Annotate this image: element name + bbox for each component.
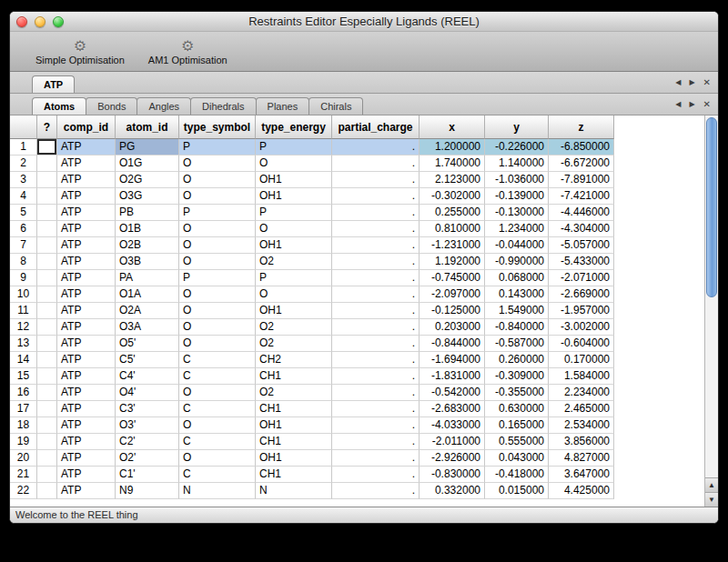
- cell-type_symbol[interactable]: P: [179, 205, 256, 221]
- cell-y[interactable]: 1.234000: [485, 221, 549, 237]
- cell-partial_charge[interactable]: .: [332, 450, 420, 467]
- prev-tab-icon[interactable]: ◀: [675, 100, 681, 108]
- column-header-z[interactable]: z: [549, 115, 614, 139]
- cell-z[interactable]: 0.170000: [549, 352, 614, 368]
- cell-z[interactable]: -1.957000: [549, 303, 614, 319]
- cell-type_symbol[interactable]: O: [179, 254, 256, 270]
- cell-atom_id[interactable]: O2B: [116, 237, 179, 254]
- cell-type_energy[interactable]: O2: [256, 385, 332, 401]
- cell-type_energy[interactable]: O: [256, 156, 332, 172]
- cell-y[interactable]: -0.840000: [485, 319, 549, 336]
- cell-atom_id[interactable]: C2': [116, 434, 179, 450]
- cell-comp_id[interactable]: ATP: [57, 270, 116, 286]
- cell-atom_id[interactable]: C5': [116, 352, 179, 368]
- cell-atom_id[interactable]: N9: [116, 483, 179, 499]
- cell-q[interactable]: [37, 188, 57, 205]
- cell-z[interactable]: -4.304000: [549, 221, 614, 237]
- cell-y[interactable]: -0.226000: [485, 139, 549, 156]
- cell-comp_id[interactable]: ATP: [57, 303, 116, 319]
- table-row[interactable]: 18ATPO3'OOH1.-4.0330000.1650002.534000: [10, 417, 614, 434]
- row-number-cell[interactable]: 16: [10, 385, 37, 401]
- tab-bonds[interactable]: Bonds: [86, 97, 137, 115]
- cell-z[interactable]: -7.421000: [549, 188, 614, 205]
- cell-type_symbol[interactable]: O: [179, 336, 256, 352]
- cell-type_energy[interactable]: O2: [256, 319, 332, 336]
- cell-partial_charge[interactable]: .: [332, 434, 420, 450]
- row-number-cell[interactable]: 4: [10, 188, 37, 205]
- row-number-cell[interactable]: 18: [10, 417, 37, 434]
- cell-q[interactable]: [37, 385, 57, 401]
- cell-atom_id[interactable]: O3B: [116, 254, 179, 270]
- cell-type_energy[interactable]: O: [256, 286, 332, 303]
- cell-atom_id[interactable]: O3A: [116, 319, 179, 336]
- title-bar[interactable]: Restraints Editor Especially Ligands (RE…: [10, 12, 718, 32]
- next-tab-icon[interactable]: ▶: [689, 78, 694, 86]
- cell-z[interactable]: 2.234000: [549, 385, 614, 401]
- cell-y[interactable]: 0.043000: [485, 450, 549, 467]
- cell-comp_id[interactable]: ATP: [57, 254, 116, 270]
- cell-atom_id[interactable]: C4': [116, 368, 179, 385]
- table-row[interactable]: 16ATPO4'OO2.-0.542000-0.3550002.234000: [10, 385, 614, 401]
- tab-dihedrals[interactable]: Dihedrals: [190, 97, 256, 115]
- cell-atom_id[interactable]: O2': [116, 450, 179, 467]
- table-row[interactable]: 4ATPO3GOOH1.-0.302000-0.139000-7.421000: [10, 188, 614, 205]
- cell-q[interactable]: [37, 172, 57, 188]
- cell-x[interactable]: -2.011000: [420, 434, 485, 450]
- cell-type_energy[interactable]: CH1: [256, 401, 332, 417]
- cell-z[interactable]: 3.647000: [549, 467, 614, 483]
- cell-comp_id[interactable]: ATP: [57, 286, 116, 303]
- cell-x[interactable]: 0.203000: [420, 319, 485, 336]
- row-number-cell[interactable]: 22: [10, 483, 37, 499]
- cell-type_symbol[interactable]: P: [179, 270, 256, 286]
- tab-atoms[interactable]: Atoms: [32, 97, 86, 115]
- cell-q[interactable]: [37, 467, 57, 483]
- table-row[interactable]: 17ATPC3'CCH1.-2.6830000.6300002.465000: [10, 401, 614, 417]
- tab-chirals[interactable]: Chirals: [308, 97, 363, 115]
- cell-partial_charge[interactable]: .: [332, 401, 420, 417]
- row-number-cell[interactable]: 19: [10, 434, 37, 450]
- cell-y[interactable]: -0.355000: [485, 385, 549, 401]
- cell-z[interactable]: -7.891000: [549, 172, 614, 188]
- table-row[interactable]: 14ATPC5'CCH2.-1.6940000.2600000.170000: [10, 352, 614, 368]
- table-row[interactable]: 13ATPO5'OO2.-0.844000-0.587000-0.604000: [10, 336, 614, 352]
- cell-type_energy[interactable]: CH1: [256, 368, 332, 385]
- row-number-cell[interactable]: 13: [10, 336, 37, 352]
- cell-partial_charge[interactable]: .: [332, 467, 420, 483]
- cell-z[interactable]: -2.669000: [549, 286, 614, 303]
- cell-type_symbol[interactable]: P: [179, 139, 256, 156]
- cell-x[interactable]: -2.683000: [420, 401, 485, 417]
- cell-atom_id[interactable]: O3': [116, 417, 179, 434]
- cell-q[interactable]: [37, 352, 57, 368]
- cell-type_energy[interactable]: OH1: [256, 303, 332, 319]
- table-row[interactable]: 7ATPO2BOOH1.-1.231000-0.044000-5.057000: [10, 237, 614, 254]
- cell-type_symbol[interactable]: O: [179, 172, 256, 188]
- prev-tab-icon[interactable]: ◀: [675, 78, 681, 86]
- cell-partial_charge[interactable]: .: [332, 254, 420, 270]
- cell-partial_charge[interactable]: .: [332, 237, 420, 254]
- cell-comp_id[interactable]: ATP: [57, 319, 116, 336]
- scrollbar-thumb[interactable]: [706, 117, 717, 297]
- table-row[interactable]: 21ATPC1'CCH1.-0.830000-0.4180003.647000: [10, 467, 614, 483]
- cell-x[interactable]: -4.033000: [420, 417, 485, 434]
- cell-comp_id[interactable]: ATP: [57, 237, 116, 254]
- cell-x[interactable]: -0.745000: [420, 270, 485, 286]
- column-header-q[interactable]: ?: [37, 115, 57, 139]
- row-number-cell[interactable]: 15: [10, 368, 37, 385]
- cell-type_symbol[interactable]: O: [179, 450, 256, 467]
- cell-atom_id[interactable]: O1B: [116, 221, 179, 237]
- cell-atom_id[interactable]: O2G: [116, 172, 179, 188]
- cell-x[interactable]: -1.831000: [420, 368, 485, 385]
- row-number-cell[interactable]: 3: [10, 172, 37, 188]
- cell-partial_charge[interactable]: .: [332, 221, 420, 237]
- close-tab-icon[interactable]: ✕: [703, 99, 711, 109]
- cell-type_energy[interactable]: N: [256, 483, 332, 499]
- cell-x[interactable]: -2.097000: [420, 286, 485, 303]
- row-number-cell[interactable]: 9: [10, 270, 37, 286]
- cell-type_energy[interactable]: CH2: [256, 352, 332, 368]
- table-row[interactable]: 9ATPPAPP.-0.7450000.068000-2.071000: [10, 270, 614, 286]
- cell-y[interactable]: 0.555000: [485, 434, 549, 450]
- cell-x[interactable]: -2.926000: [420, 450, 485, 467]
- cell-atom_id[interactable]: PA: [116, 270, 179, 286]
- cell-z[interactable]: -0.604000: [549, 336, 614, 352]
- cell-comp_id[interactable]: ATP: [57, 205, 116, 221]
